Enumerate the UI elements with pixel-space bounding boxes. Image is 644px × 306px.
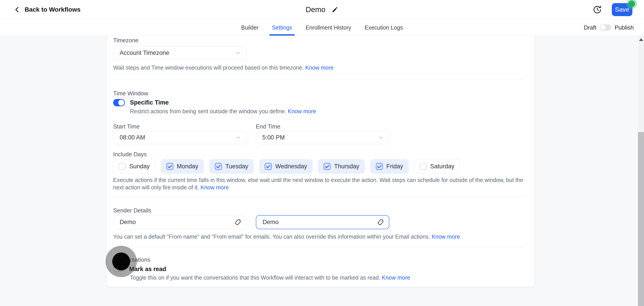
timezone-know-more-link[interactable]: Know more <box>305 65 334 71</box>
save-button-label: Save <box>615 6 629 13</box>
tab-bar: Builder Settings Enrollment History Exec… <box>0 20 644 36</box>
day-checkbox-sunday[interactable]: Sunday <box>113 159 156 174</box>
mark-as-read-toggle[interactable] <box>113 266 124 272</box>
tab-settings[interactable]: Settings <box>271 20 293 36</box>
from-name-input[interactable] <box>113 215 247 229</box>
conversations-know-more-link[interactable]: Know more <box>382 274 410 281</box>
section-divider <box>113 247 526 247</box>
mark-as-read-label: Mark as read <box>129 266 166 273</box>
end-time-select[interactable]: 5:00 PM <box>256 131 389 144</box>
day-checkbox-saturday[interactable]: Saturday <box>414 159 460 174</box>
back-to-workflows-button[interactable]: Back to Workflows <box>14 6 80 14</box>
checkbox-icon <box>166 163 173 170</box>
conversations-help: Toggle this on if you want the conversat… <box>130 274 526 281</box>
tab-builder[interactable]: Builder <box>240 20 260 36</box>
tab-enrollment-history[interactable]: Enrollment History <box>304 20 352 36</box>
from-email-input[interactable] <box>256 215 389 229</box>
day-checkbox-tuesday[interactable]: Tuesday <box>209 159 254 174</box>
include-days-help: Execute actions if the current time fall… <box>113 176 526 191</box>
tag-icon[interactable] <box>234 219 241 226</box>
workflow-title-wrap: Demo <box>306 5 338 14</box>
from-email-field-wrap <box>256 215 389 229</box>
chevron-down-icon <box>236 50 240 55</box>
unsaved-changes-dot <box>628 1 635 7</box>
sender-details-know-more-link[interactable]: Know more <box>432 233 460 240</box>
publish-label: Publish <box>615 24 634 31</box>
tabs: Builder Settings Enrollment History Exec… <box>240 20 404 36</box>
time-window-label: Time Window <box>113 90 526 97</box>
save-button[interactable]: Save <box>612 3 632 16</box>
end-time-value: 5:00 PM <box>262 134 285 141</box>
start-time-value: 08:00 AM <box>120 134 145 141</box>
specific-time-toggle-knob <box>118 100 124 106</box>
checkbox-icon <box>215 163 222 170</box>
draft-label: Draft <box>584 24 596 31</box>
start-time-select[interactable]: 08:00 AM <box>113 131 247 144</box>
version-history-icon[interactable] <box>592 5 602 14</box>
include-days-row: Sunday Monday Tuesday Wednesday Thursday… <box>113 159 526 174</box>
sender-details-help: You can set a default "From name" and "F… <box>113 233 526 240</box>
timezone-label: Timezone <box>113 36 526 44</box>
specific-time-toggle[interactable] <box>113 99 125 106</box>
timezone-help: Wait steps and Time window executions wi… <box>113 64 526 71</box>
chevron-down-icon <box>378 135 383 140</box>
publish-control: Draft Publish <box>584 20 634 36</box>
back-to-workflows-label: Back to Workflows <box>24 6 80 13</box>
specific-time-label: Specific Time <box>130 99 169 106</box>
tag-icon[interactable] <box>377 219 384 226</box>
sender-details-label: Sender Details <box>113 207 526 214</box>
chevron-left-icon <box>14 6 20 14</box>
checkbox-icon <box>265 163 272 170</box>
day-checkbox-friday[interactable]: Friday <box>370 159 409 174</box>
time-window-know-more-link[interactable]: Know more <box>288 108 316 114</box>
start-time-label: Start Time <box>113 123 247 130</box>
from-name-field-wrap <box>113 215 247 229</box>
chevron-down-icon <box>236 135 240 140</box>
checkbox-icon <box>376 163 383 170</box>
section-divider <box>113 79 526 79</box>
checkbox-icon <box>119 163 126 170</box>
timezone-value: Account Timezone <box>120 50 169 56</box>
timezone-select[interactable]: Account Timezone <box>113 46 247 60</box>
conversations-label: Conversations <box>113 256 526 263</box>
edit-pencil-icon[interactable] <box>332 6 338 13</box>
scrollbar[interactable] <box>638 36 644 306</box>
tab-execution-logs[interactable]: Execution Logs <box>364 20 404 36</box>
end-time-label: End Time <box>256 123 389 130</box>
publish-toggle[interactable] <box>600 25 611 31</box>
checkbox-icon <box>324 163 330 170</box>
scrollbar-up-arrow[interactable] <box>638 36 644 44</box>
day-checkbox-thursday[interactable]: Thursday <box>318 159 365 174</box>
day-checkbox-wednesday[interactable]: Wednesday <box>259 159 312 174</box>
time-window-help: Restrict actions from being sent outside… <box>130 108 526 115</box>
checkbox-icon <box>420 163 427 170</box>
include-days-label: Include Days <box>113 150 526 158</box>
day-checkbox-monday[interactable]: Monday <box>161 159 204 174</box>
publish-toggle-knob <box>600 25 606 30</box>
scrollbar-thumb[interactable] <box>638 132 644 306</box>
include-days-know-more-link[interactable]: Know more <box>200 184 228 190</box>
workflow-title: Demo <box>306 5 325 14</box>
settings-card: Timezone Account Timezone Wait steps and… <box>106 36 535 287</box>
top-bar: Back to Workflows Demo Save <box>0 0 644 20</box>
